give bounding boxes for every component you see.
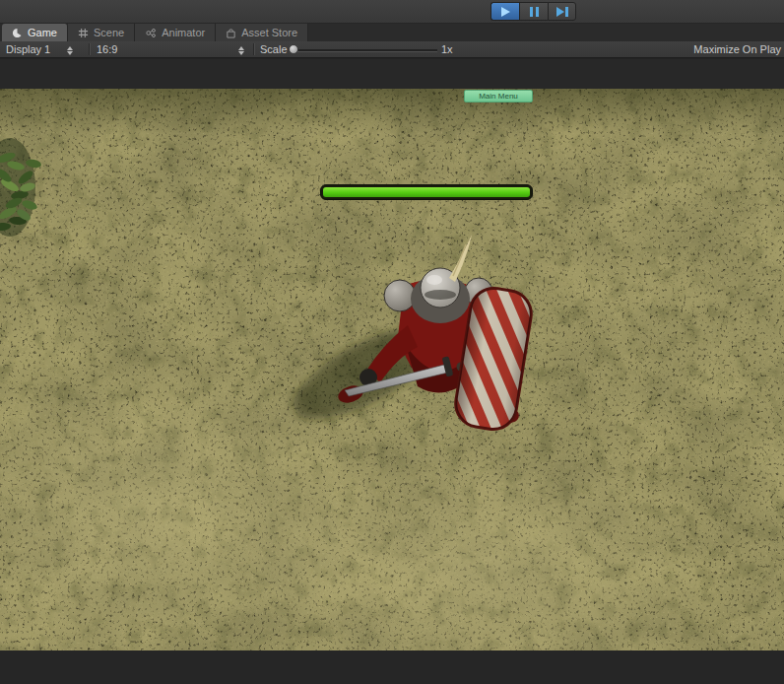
main-menu-button[interactable]: Main Menu [464, 90, 533, 103]
pause-icon [530, 7, 539, 17]
play-button[interactable] [490, 2, 519, 21]
tab-bar: Game Scene Animator Asset Store [0, 24, 784, 41]
pause-button[interactable] [519, 2, 548, 21]
dropdown-arrows-icon [67, 46, 74, 55]
display-dropdown-label: Display 1 [6, 43, 50, 55]
tab-label: Scene [94, 27, 124, 38]
tab-label: Animator [162, 27, 205, 38]
scale-label: Scale [260, 41, 288, 57]
aspect-dropdown-label: 16:9 [97, 43, 117, 55]
aspect-dropdown[interactable]: 16:9 [97, 41, 117, 57]
game-icon [12, 28, 23, 38]
pauldron-left [384, 280, 416, 311]
toolbar-separator [253, 43, 254, 55]
game-viewport[interactable]: Main Menu [0, 89, 784, 650]
dropdown-arrows-icon [238, 46, 245, 55]
scale-slider-thumb[interactable] [289, 44, 298, 54]
transport-toolbar [0, 0, 784, 24]
health-bar [320, 184, 533, 200]
main-menu-label: Main Menu [479, 93, 518, 101]
play-icon [501, 7, 510, 17]
game-view-toolbar: Display 1 16:9 Scale 1x Maximize On Play [0, 41, 784, 58]
asset-store-icon [226, 28, 236, 38]
health-bar-fill [323, 187, 530, 197]
aspect-dropdown-arrows[interactable] [238, 41, 245, 57]
display-dropdown[interactable]: Display 1 [6, 41, 74, 57]
maximize-on-play-toggle[interactable]: Maximize On Play [693, 41, 781, 57]
step-icon [556, 7, 568, 17]
tab-asset-store[interactable]: Asset Store [216, 24, 308, 41]
tab-scene[interactable]: Scene [68, 24, 135, 41]
scale-slider-track[interactable] [292, 49, 437, 51]
letterbox-bottom [0, 650, 784, 684]
scale-value: 1x [441, 41, 453, 57]
animator-icon [145, 28, 157, 38]
tab-label: Asset Store [241, 27, 297, 38]
tab-label: Game [28, 27, 57, 38]
transport-button-group [490, 2, 576, 21]
tab-animator[interactable]: Animator [135, 24, 216, 41]
unity-editor-game-view: Game Scene Animator Asset Store Display … [0, 0, 784, 684]
game-scene [0, 89, 784, 650]
step-button[interactable] [548, 2, 576, 21]
scene-icon [78, 28, 89, 38]
toolbar-separator [89, 43, 90, 55]
letterbox-top [0, 59, 784, 89]
tab-game[interactable]: Game [2, 24, 68, 41]
